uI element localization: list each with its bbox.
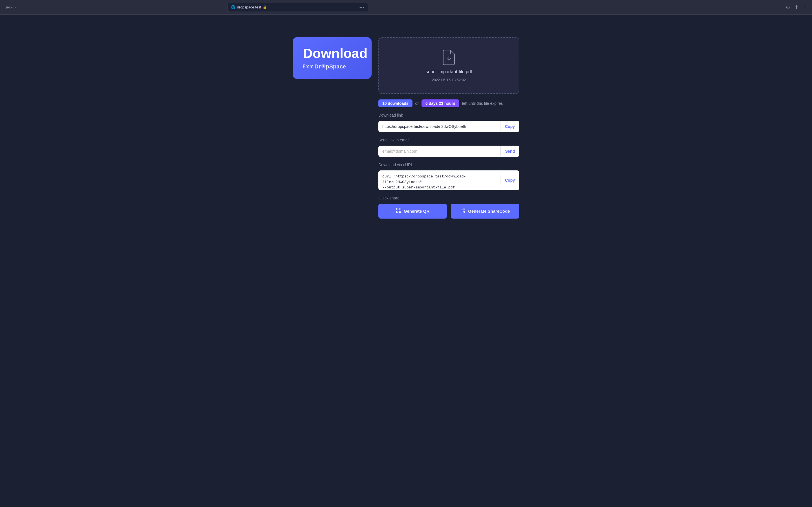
svg-rect-8: [400, 211, 401, 212]
email-input[interactable]: [378, 146, 500, 157]
email-row: Send: [378, 146, 519, 157]
download-link-label: Download link: [378, 113, 519, 117]
generate-sharecode-button[interactable]: Generate ShareCode: [451, 204, 519, 219]
brand-name: Dr pSpace: [314, 63, 346, 70]
globe-icon: 🌐: [231, 5, 236, 9]
svg-rect-6: [397, 212, 398, 212]
drop-icon: [321, 63, 326, 68]
downloads-badge: 10 downloads: [378, 100, 412, 107]
svg-rect-9: [399, 212, 400, 213]
quick-share-buttons: Generate QR Generate ShareCode: [378, 204, 519, 219]
stats-row: 10 downloads or 6 days 23 hours left unt…: [378, 100, 519, 107]
page-content: Download From Dr pSpace: [0, 15, 812, 507]
download-heading: Download: [303, 46, 361, 61]
url-text: dropspace.test: [237, 5, 261, 9]
reading-list-icon[interactable]: ⊙: [786, 4, 790, 10]
curl-section: Download via cURL curl "https://dropspac…: [378, 163, 519, 190]
lock-icon: 🔒: [263, 5, 267, 9]
chevron-down-icon[interactable]: ▾: [11, 5, 13, 9]
copy-link-button[interactable]: Copy: [500, 121, 519, 131]
more-options-icon[interactable]: •••: [359, 5, 364, 10]
browser-right-controls: ⊙ ⬆ +: [786, 4, 806, 10]
or-label: or: [415, 101, 419, 106]
file-card: super-important-file.pdf 2022-06-15 13:5…: [378, 37, 519, 94]
curl-row: curl "https://dropspace.test/download-fi…: [378, 170, 519, 190]
main-panel: super-important-file.pdf 2022-06-15 13:5…: [378, 37, 519, 219]
file-download-icon: [442, 49, 456, 66]
from-label: From Dr pSpace: [303, 63, 361, 70]
quick-share-section: Quick share: [378, 196, 519, 219]
send-email-button[interactable]: Send: [500, 146, 519, 156]
sidebar-icon: ⊞: [6, 4, 10, 10]
file-date: 2022-06-15 13:52:02: [432, 78, 466, 82]
generate-qr-label: Generate QR: [404, 209, 430, 214]
back-button[interactable]: ‹: [15, 4, 17, 10]
file-name: super-important-file.pdf: [426, 69, 472, 74]
svg-rect-4: [397, 209, 398, 209]
svg-rect-7: [399, 211, 400, 212]
sidebar-toggle[interactable]: ⊞ ▾: [6, 4, 13, 10]
svg-rect-5: [400, 209, 400, 209]
download-link-row: Copy: [378, 121, 519, 132]
time-badge: 6 days 23 hours: [421, 100, 459, 107]
from-text: From: [303, 64, 313, 69]
quick-share-label: Quick share: [378, 196, 519, 200]
download-link-section: Download link Copy: [378, 113, 519, 132]
sharecode-icon: [460, 208, 466, 215]
curl-label: Download via cURL: [378, 163, 519, 167]
url-bar[interactable]: 🌐 dropspace.test 🔒 •••: [227, 3, 368, 12]
generate-sharecode-label: Generate ShareCode: [468, 209, 510, 214]
share-icon[interactable]: ⬆: [795, 4, 799, 10]
new-tab-icon[interactable]: +: [803, 4, 806, 10]
branding-panel: Download From Dr pSpace: [293, 37, 371, 79]
browser-left-controls: ⊞ ▾ ‹: [6, 4, 17, 10]
qr-icon: [396, 208, 402, 215]
generate-qr-button[interactable]: Generate QR: [378, 204, 447, 219]
expiry-text: left until this file expires: [462, 101, 503, 106]
svg-rect-10: [400, 212, 401, 213]
browser-chrome: ⊞ ▾ ‹ 🌐 dropspace.test 🔒 ••• ⊙ ⬆ +: [0, 0, 812, 15]
email-label: Send link in email: [378, 138, 519, 142]
curl-textarea[interactable]: curl "https://dropspace.test/download-fi…: [378, 170, 500, 190]
url-bar-container: 🌐 dropspace.test 🔒 •••: [227, 3, 368, 12]
email-section: Send link in email Send: [378, 138, 519, 157]
download-link-input[interactable]: [378, 121, 500, 132]
copy-curl-button[interactable]: Copy: [500, 175, 519, 185]
